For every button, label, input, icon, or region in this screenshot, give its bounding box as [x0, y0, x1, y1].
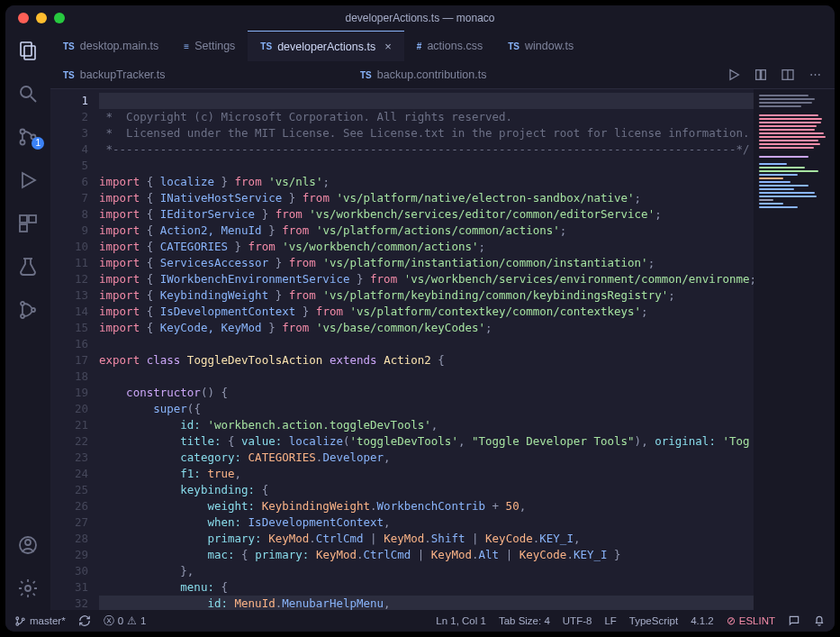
git-branch-icon: [14, 615, 26, 627]
svg-point-17: [25, 586, 31, 591]
svg-point-23: [16, 616, 19, 619]
feedback-icon[interactable]: [788, 614, 800, 627]
tab-label: developerActions.ts: [277, 41, 375, 53]
svg-rect-8: [20, 215, 27, 223]
bell-icon[interactable]: [813, 614, 826, 627]
source-control-icon[interactable]: 1: [17, 126, 39, 148]
problems-indicator[interactable]: ⓧ0 ⚠1: [104, 614, 147, 628]
editor[interactable]: 1234567891011121314151617181920212223242…: [50, 88, 835, 610]
split-icon[interactable]: [781, 68, 795, 82]
svg-point-14: [32, 308, 35, 312]
search-icon[interactable]: [17, 83, 39, 105]
tab-window-ts[interactable]: TS window.ts: [495, 31, 586, 61]
tab-actions-css[interactable]: # actions.css: [404, 31, 495, 61]
branch-indicator[interactable]: master*: [14, 615, 66, 627]
more-icon[interactable]: ⋯: [808, 68, 822, 82]
window-frame: developerActions.ts — monaco 1: [5, 5, 835, 632]
disallow-icon: ⊘: [727, 614, 736, 627]
editor-actions: ⋯: [727, 68, 829, 82]
run-debug-icon[interactable]: [17, 169, 39, 191]
svg-point-13: [21, 314, 24, 318]
tab-desktop-main[interactable]: TS desktop.main.ts: [50, 31, 171, 61]
svg-point-25: [22, 617, 24, 620]
svg-rect-0: [21, 42, 32, 56]
encoding[interactable]: UTF-8: [563, 615, 592, 626]
scm-badge: 1: [32, 137, 44, 150]
tab-developer-actions[interactable]: TS developerActions.ts ×: [248, 31, 403, 61]
explorer-icon[interactable]: [17, 40, 39, 61]
references-icon[interactable]: [17, 299, 39, 321]
status-bar: master* ⓧ0 ⚠1 Ln 1, Col 1 Tab Size: 4 UT…: [5, 610, 835, 632]
close-icon[interactable]: [18, 13, 29, 23]
accounts-icon[interactable]: [17, 534, 39, 556]
extensions-icon[interactable]: [17, 213, 39, 234]
tab-label: actions.css: [427, 40, 483, 52]
svg-point-12: [21, 302, 24, 305]
sync-icon[interactable]: [78, 614, 91, 627]
diff-icon[interactable]: [754, 68, 768, 82]
language-mode[interactable]: TypeScript: [629, 615, 678, 626]
tab-size[interactable]: Tab Size: 4: [499, 615, 550, 626]
ts-icon: TS: [63, 41, 75, 51]
editor-tabs-row-2: TS backupTracker.ts TS backup.contributi…: [50, 61, 835, 88]
testing-icon[interactable]: [17, 256, 39, 278]
minimap[interactable]: [754, 89, 835, 610]
eol[interactable]: LF: [604, 615, 616, 626]
window-title: developerActions.ts — monaco: [5, 12, 835, 24]
svg-point-2: [21, 86, 32, 97]
svg-point-24: [16, 623, 19, 625]
svg-line-3: [31, 96, 36, 102]
css-icon: #: [417, 41, 422, 51]
tab-label: desktop.main.ts: [80, 40, 159, 52]
tab-label: backupTracker.ts: [80, 68, 166, 81]
tab-backup-tracker[interactable]: TS backupTracker.ts: [50, 68, 348, 81]
run-icon[interactable]: [727, 68, 741, 82]
line-gutter: 1234567891011121314151617181920212223242…: [50, 89, 99, 610]
warning-icon: ⚠: [127, 614, 137, 627]
error-icon: ⓧ: [104, 614, 114, 628]
cursor-position[interactable]: Ln 1, Col 1: [436, 615, 486, 626]
titlebar: developerActions.ts — monaco: [5, 5, 835, 31]
tab-backup-contribution[interactable]: TS backup.contribution.ts: [348, 68, 499, 81]
code-area[interactable]: * Copyright (c) Microsoft Corporation. A…: [99, 89, 754, 610]
svg-rect-19: [756, 70, 761, 80]
tab-label: Settings: [194, 40, 235, 52]
editor-tabs-row-1: TS desktop.main.ts ≡ Settings TS develop…: [50, 31, 835, 61]
svg-marker-18: [730, 70, 738, 80]
tab-label: window.ts: [525, 40, 574, 52]
maximize-icon[interactable]: [54, 13, 65, 23]
settings-icon: ≡: [184, 41, 189, 51]
eslint-status[interactable]: ⊘ ESLINT: [727, 614, 775, 627]
ts-icon: TS: [260, 41, 272, 51]
activity-bar: 1: [5, 31, 50, 610]
minimize-icon[interactable]: [36, 13, 47, 23]
ts-icon: TS: [63, 70, 75, 80]
svg-marker-7: [23, 173, 35, 187]
svg-rect-10: [20, 224, 27, 232]
svg-point-5: [21, 141, 25, 145]
traffic-lights: [5, 13, 65, 23]
svg-rect-20: [762, 70, 766, 80]
svg-rect-1: [24, 46, 35, 59]
close-icon[interactable]: ×: [384, 40, 392, 53]
ts-icon: TS: [508, 41, 519, 51]
svg-point-16: [25, 540, 31, 545]
ts-icon: TS: [360, 70, 372, 80]
tab-settings[interactable]: ≡ Settings: [171, 31, 248, 61]
settings-gear-icon[interactable]: [17, 578, 39, 599]
ts-version[interactable]: 4.1.2: [691, 615, 714, 626]
tab-label: backup.contribution.ts: [377, 68, 487, 81]
svg-rect-9: [29, 215, 36, 223]
svg-point-4: [21, 130, 25, 134]
